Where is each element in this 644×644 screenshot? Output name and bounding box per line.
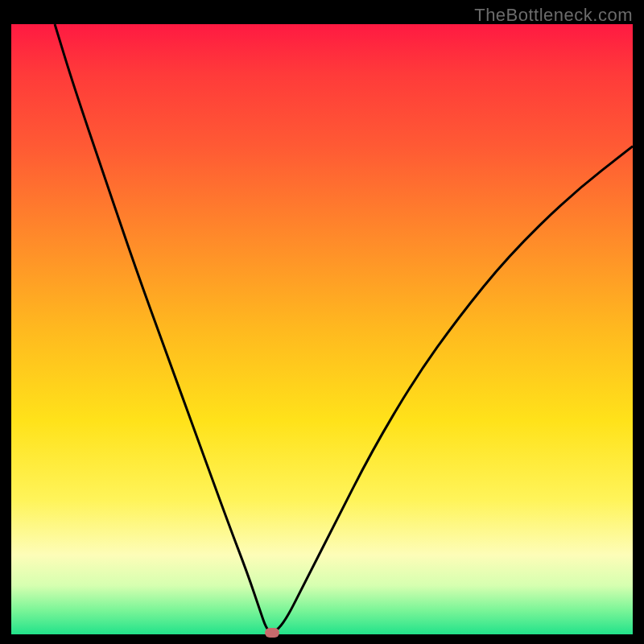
curve-path [55, 24, 633, 632]
chart-curve [11, 24, 633, 634]
watermark-text: TheBottleneck.com [474, 5, 633, 26]
minimum-marker [265, 628, 279, 638]
plot-area [11, 24, 633, 634]
